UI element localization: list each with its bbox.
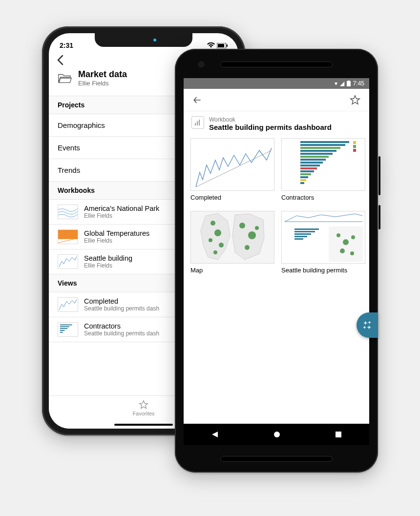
- svg-rect-43: [294, 228, 319, 230]
- project-label: Events: [58, 144, 80, 152]
- workbook-type-label: Workbook: [209, 116, 332, 123]
- svg-point-41: [245, 245, 250, 250]
- grid-item-label: Seattle building permits: [281, 264, 365, 274]
- svg-rect-47: [294, 238, 303, 240]
- workbook-header: Workbook Seattle building permits dashbo…: [184, 111, 369, 138]
- svg-point-40: [248, 231, 256, 239]
- grid-item-label: Map: [190, 264, 274, 274]
- svg-rect-24: [300, 167, 317, 169]
- grid-item-completed[interactable]: Completed: [190, 138, 274, 201]
- svg-rect-46: [294, 236, 307, 237]
- svg-rect-23: [300, 165, 320, 166]
- svg-rect-18: [300, 150, 336, 152]
- svg-point-35: [214, 229, 221, 236]
- view-thumbnail: [58, 322, 78, 337]
- fab-add-button[interactable]: [357, 312, 378, 338]
- star-icon: [139, 400, 148, 410]
- workbook-icon: [191, 116, 204, 129]
- svg-rect-55: [336, 432, 341, 437]
- svg-rect-32: [353, 149, 356, 152]
- grid-item-label: Contractors: [281, 191, 365, 201]
- svg-rect-1: [218, 44, 224, 47]
- svg-point-50: [343, 239, 349, 245]
- svg-rect-17: [300, 147, 340, 149]
- back-button[interactable]: [189, 92, 205, 108]
- svg-rect-29: [300, 182, 304, 184]
- svg-rect-22: [300, 162, 323, 164]
- svg-point-49: [336, 233, 340, 237]
- svg-rect-20: [300, 156, 329, 158]
- power-button: [378, 205, 380, 229]
- view-subtitle: Seattle building permits dash: [84, 305, 159, 312]
- svg-rect-12: [195, 123, 196, 125]
- svg-point-42: [255, 226, 259, 230]
- android-speaker-bottom: [220, 456, 333, 462]
- svg-rect-9: [60, 332, 63, 333]
- android-home-button[interactable]: [273, 431, 281, 438]
- header-owner: Ellie Fields: [78, 80, 127, 87]
- android-speaker: [220, 62, 333, 67]
- svg-rect-3: [58, 230, 78, 239]
- svg-rect-21: [300, 159, 326, 161]
- project-label: Demographics: [58, 121, 105, 129]
- android-recents-button[interactable]: [335, 431, 342, 438]
- svg-rect-10: [347, 81, 351, 86]
- svg-point-38: [213, 250, 217, 254]
- view-title: Completed: [84, 297, 159, 305]
- battery-icon: [347, 81, 351, 86]
- svg-point-36: [209, 238, 212, 242]
- svg-rect-8: [60, 330, 65, 331]
- android-camera: [198, 62, 204, 67]
- signal-icon: ◢: [340, 80, 344, 87]
- favorite-button[interactable]: [347, 92, 363, 108]
- grid-item-contractors[interactable]: Contractors: [281, 138, 365, 201]
- workbook-title: Global Temperatures: [84, 229, 149, 237]
- wifi-icon: ▾: [335, 80, 337, 87]
- svg-rect-2: [227, 44, 228, 47]
- volume-button: [378, 156, 380, 195]
- header-title: Market data: [78, 69, 127, 80]
- svg-rect-26: [300, 173, 311, 175]
- svg-rect-27: [300, 176, 308, 178]
- iphone-notch: [95, 33, 192, 47]
- tab-favorites[interactable]: Favorites: [132, 400, 154, 416]
- svg-rect-5: [60, 325, 72, 326]
- android-status-bar: ▾ ◢ 7:45: [184, 78, 369, 89]
- svg-rect-7: [60, 328, 67, 329]
- svg-point-39: [239, 223, 245, 228]
- svg-point-54: [274, 432, 280, 437]
- workbook-title: Seattle building permits dashboard: [209, 123, 332, 131]
- app-bar: [184, 89, 369, 111]
- battery-icon: [217, 43, 228, 48]
- svg-rect-45: [294, 233, 311, 235]
- grid-item-map[interactable]: Map: [190, 211, 274, 274]
- home-indicator[interactable]: [114, 424, 173, 426]
- android-device-frame: ▾ ◢ 7:45 Workbook Seattle building permi…: [175, 49, 378, 473]
- view-thumbnail: [190, 211, 274, 264]
- svg-rect-30: [353, 141, 356, 144]
- workbook-title: America's National Park: [84, 205, 159, 212]
- svg-rect-28: [300, 179, 306, 181]
- android-back-button[interactable]: [211, 431, 219, 438]
- view-subtitle: Seattle building permits dash: [84, 330, 159, 337]
- workbook-owner: Ellie Fields: [84, 262, 132, 269]
- svg-rect-11: [348, 81, 350, 82]
- grid-item-seattle-permits[interactable]: Seattle building permits: [281, 211, 365, 274]
- view-thumbnail: [281, 138, 365, 191]
- android-screen: ▾ ◢ 7:45 Workbook Seattle building permi…: [184, 78, 369, 445]
- workbook-thumbnail: [58, 205, 78, 219]
- workbook-thumbnail: [58, 229, 78, 244]
- view-title: Contractors: [84, 322, 159, 330]
- tab-label: Favorites: [132, 411, 154, 416]
- android-nav-bar: [184, 424, 369, 445]
- view-thumbnail: [281, 211, 365, 264]
- svg-rect-14: [199, 120, 200, 125]
- svg-point-37: [219, 243, 224, 248]
- svg-point-52: [340, 248, 345, 253]
- svg-point-34: [210, 221, 215, 226]
- workbook-thumbnail: [58, 254, 78, 269]
- workbook-owner: Ellie Fields: [84, 212, 159, 219]
- svg-point-51: [351, 235, 355, 239]
- views-grid: Completed: [184, 138, 369, 274]
- view-thumbnail: [58, 297, 78, 312]
